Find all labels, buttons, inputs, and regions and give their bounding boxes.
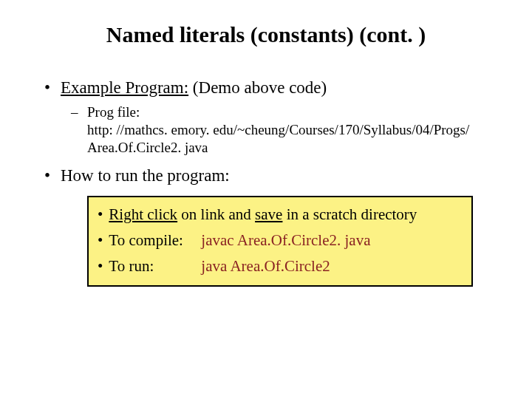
box-row-right-click: • Right click on link and save in a scra… (96, 202, 464, 228)
row1-mid: on link and (177, 205, 255, 223)
run-command: java Area.Of.Circle2 (201, 257, 330, 276)
instructions-box: • Right click on link and save in a scra… (87, 196, 473, 287)
slide-title: Named literals (constants) (cont. ) (37, 22, 495, 47)
slide: Named literals (constants) (cont. ) Exam… (0, 0, 532, 399)
bullet-dot-icon: • (98, 257, 103, 276)
prog-file-label: Prog file: (87, 104, 140, 120)
compile-label: To compile: (109, 231, 201, 250)
prog-file-url: http: //mathcs. emory. edu/~cheung/Cours… (87, 122, 469, 155)
bullet-dot-icon: • (98, 231, 103, 250)
bullet-how-to-run: How to run the program: (61, 166, 495, 185)
box-row-compile: • To compile: javac Area.Of.Circle2. jav… (96, 228, 464, 253)
run-label: To run: (109, 257, 201, 276)
bullet-prog-file: Prog file: http: //mathcs. emory. edu/~c… (87, 103, 495, 156)
save-text: save (255, 205, 282, 223)
row1-post: in a scratch directory (282, 205, 417, 223)
compile-command: javac Area.Of.Circle2. java (201, 231, 370, 250)
right-click-text: Right click (109, 205, 177, 223)
bullet-dot-icon: • (98, 205, 103, 224)
box-row-run: • To run: java Area.Of.Circle2 (96, 253, 464, 279)
bullet-example-program: Example Program: (Demo above code) (61, 78, 495, 98)
example-program-label: Example Program: (61, 78, 188, 97)
example-program-rest: (Demo above code) (188, 78, 327, 97)
